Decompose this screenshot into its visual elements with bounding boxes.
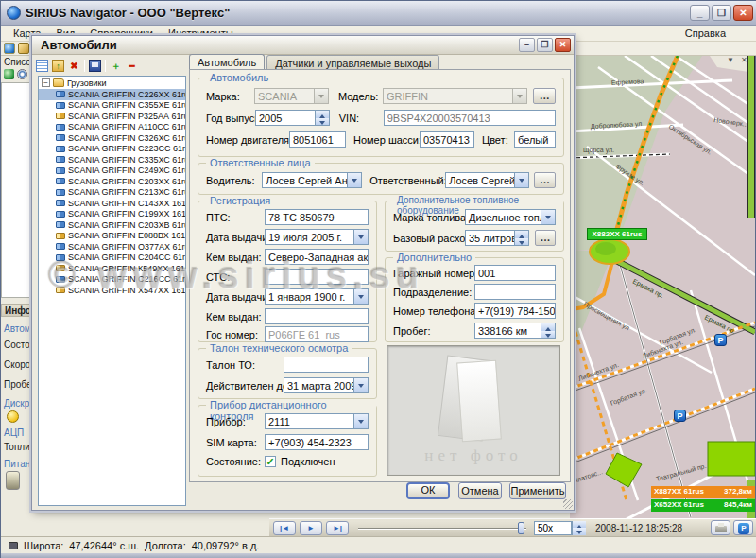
gos-number-field[interactable]: Р066ГЕ 61_rus bbox=[265, 326, 369, 342]
spinner-arrows-icon[interactable] bbox=[572, 521, 586, 535]
tab-avtomobil[interactable]: Автомобиль bbox=[189, 54, 265, 70]
dialog-close-button[interactable]: ✕ bbox=[555, 38, 571, 52]
phone-field[interactable]: +7(919) 784-1502 bbox=[474, 303, 556, 319]
wrench-icon[interactable] bbox=[18, 43, 29, 54]
cancel-button[interactable]: Отмена bbox=[458, 482, 502, 499]
marka-combo[interactable]: SCANIA bbox=[254, 88, 329, 104]
model-browse-button[interactable]: … bbox=[533, 88, 556, 104]
ok-button[interactable]: ОК bbox=[406, 482, 450, 499]
tree-item-vehicle[interactable]: SCANIA GRIFFIN С203ХВ 61rus bbox=[39, 219, 185, 231]
eye-icon[interactable] bbox=[17, 69, 27, 79]
pts-field[interactable]: 78 ТС 850679 bbox=[265, 209, 369, 225]
tree-item-vehicle[interactable]: SCANIA GRIFFIN С204СС 61rus bbox=[39, 253, 185, 264]
vehicle-list-panel[interactable] bbox=[1, 82, 32, 298]
sts-date-picker[interactable]: 1 января 1900 г. bbox=[265, 288, 369, 305]
tree-item-vehicle[interactable]: SCANIA GRIFFIN С143ХХ 161rus bbox=[39, 198, 185, 209]
spinner-arrows-icon[interactable] bbox=[514, 231, 528, 245]
tree-item-vehicle[interactable]: SCANIA GRIFFIN С326ХС 61rus bbox=[39, 132, 185, 144]
dialog-titlebar[interactable]: Автомобили – ❐ ✕ bbox=[32, 36, 574, 55]
globe-icon[interactable] bbox=[4, 69, 14, 79]
tree-item-vehicle[interactable]: SCANIA GRIFFIN А110СС 61rus bbox=[39, 122, 185, 133]
speed-input[interactable]: 50x bbox=[534, 521, 572, 535]
print-button[interactable] bbox=[711, 520, 730, 535]
driver-combo[interactable]: Лосев Сергей Анатоль bbox=[262, 172, 362, 188]
tree-root-trucks[interactable]: − Грузовики bbox=[39, 77, 185, 89]
tree-item-vehicle[interactable]: SCANIA GRIFFIN С216СС 61rus bbox=[39, 274, 185, 286]
issue-date-picker[interactable]: 19 июля 2005 г. bbox=[265, 229, 369, 245]
tree-item-vehicle[interactable]: SCANIA GRIFFIN С335ХС 61rus bbox=[39, 154, 185, 166]
save-icon[interactable] bbox=[89, 60, 101, 72]
remove-vehicle-icon[interactable]: ━ bbox=[126, 60, 138, 72]
year-label: Год выпуска: bbox=[206, 113, 255, 124]
parking-marker-icon[interactable]: P bbox=[674, 410, 686, 422]
playback-bar: |◄ ► ►| 50x 2008-11-12 18:25:28 P bbox=[269, 518, 756, 536]
consumption-browse-button[interactable]: … bbox=[535, 230, 556, 246]
talon-field[interactable] bbox=[284, 357, 369, 373]
garage-field[interactable]: 001 bbox=[474, 265, 556, 281]
tree-item-vehicle[interactable]: SCANIA GRIFFIN С223СС 61rus bbox=[39, 144, 185, 155]
map-vehicle-label[interactable]: Х882ХХ 61rus bbox=[587, 228, 647, 240]
responsible-combo[interactable]: Лосев Сергей Анатоль bbox=[445, 172, 529, 188]
close-icon[interactable]: ✕ bbox=[741, 56, 747, 64]
group-fuel: Дополнительное топливное оборудование Ма… bbox=[385, 201, 564, 252]
minimize-button[interactable]: _ bbox=[690, 5, 710, 21]
model-combo[interactable]: GRIFFIN bbox=[383, 88, 527, 104]
spinner-arrows-icon[interactable] bbox=[541, 323, 555, 338]
device-combo[interactable]: 2111 bbox=[265, 413, 369, 429]
issued-by-field[interactable]: Северо-Западная акцизная т bbox=[265, 249, 369, 265]
close-button[interactable]: ✕ bbox=[733, 5, 753, 21]
add-vehicle-icon[interactable]: ＋ bbox=[110, 60, 122, 72]
tab-datchiki[interactable]: Датчики и управляемые выходы bbox=[266, 55, 439, 70]
sim-field[interactable]: +7(903) 454-2323 bbox=[265, 434, 369, 450]
tree-item-vehicle[interactable]: SCANIA GRIFFIN С213ХС 61rus bbox=[39, 187, 185, 199]
track-distance: 372,8км bbox=[724, 486, 752, 498]
list-refresh-icon[interactable] bbox=[36, 60, 48, 72]
year-spinner[interactable]: 2005 bbox=[255, 110, 330, 126]
mileage-spinner[interactable]: 338166 км bbox=[474, 323, 556, 339]
vin-field[interactable]: 9BSP4X20003570413 bbox=[384, 110, 556, 126]
color-field[interactable]: белый bbox=[514, 131, 556, 148]
chassis-field[interactable]: 03570413 bbox=[420, 131, 474, 148]
map-panel[interactable]: Ефремова Добролюбова ул Щорса ул. Октябр… bbox=[570, 56, 755, 519]
dialog-minimize-button[interactable]: – bbox=[519, 38, 535, 52]
tree-item-vehicle[interactable]: SCANIA GRIFFIN Х547ХХ 161rus bbox=[39, 285, 185, 296]
step-forward-button[interactable]: ►| bbox=[326, 521, 349, 535]
tree-item-vehicle[interactable]: SCANIA GRIFFIN С226ХХ 61rus bbox=[39, 89, 185, 100]
division-field[interactable] bbox=[474, 284, 556, 300]
globe-icon[interactable] bbox=[4, 43, 15, 54]
consumption-spinner[interactable]: 35 литров bbox=[465, 230, 529, 246]
tree-item-vehicle[interactable]: SCANIA GRIFFIN К549ХХ 161rus bbox=[39, 263, 185, 274]
dialog-maximize-button[interactable]: ❐ bbox=[537, 38, 553, 52]
apply-button[interactable]: Применить bbox=[509, 482, 566, 499]
tree-item-vehicle[interactable]: SCANIA GRIFFIN С199ХХ 161rus bbox=[39, 209, 185, 220]
sts-field[interactable] bbox=[265, 269, 369, 285]
group-title: Дополнительно bbox=[393, 252, 475, 263]
chevron-down-icon[interactable]: ▼ bbox=[727, 56, 734, 64]
delete-icon[interactable]: ✖ bbox=[68, 60, 80, 72]
resize-grip[interactable] bbox=[563, 499, 573, 509]
tree-item-vehicle[interactable]: SCANIA GRIFFIN С355ХЕ 61rus bbox=[39, 100, 185, 112]
tree-item-vehicle[interactable]: SCANIA GRIFFIN С249ХС 61rus bbox=[39, 166, 185, 177]
restore-button[interactable]: ❐ bbox=[712, 5, 731, 21]
tree-collapse-icon[interactable]: − bbox=[42, 78, 50, 87]
tree-item-vehicle[interactable]: SCANIA GRIFFIN С203ХХ 61rus bbox=[39, 176, 185, 187]
persons-browse-button[interactable]: … bbox=[534, 172, 556, 188]
play-button[interactable]: ► bbox=[300, 521, 322, 535]
step-back-button[interactable]: |◄ bbox=[273, 521, 296, 535]
fuel-brand-combo[interactable]: Дизельное топливо bbox=[465, 209, 556, 225]
menu-spravka[interactable]: Справка bbox=[679, 26, 732, 40]
sts-issued-by-field[interactable] bbox=[265, 308, 369, 324]
timeline-slider[interactable] bbox=[358, 521, 526, 535]
connected-checkbox[interactable]: ✓ bbox=[265, 456, 276, 467]
vehicles-tree[interactable]: − Грузовики SCANIA GRIFFIN С226ХХ 61rus … bbox=[38, 76, 186, 506]
parking-toggle-button[interactable]: P bbox=[733, 520, 753, 535]
tree-item-vehicle[interactable]: SCANIA GRIFFIN Р325АА 61rus bbox=[39, 111, 185, 122]
spinner-arrows-icon[interactable] bbox=[315, 111, 329, 125]
parking-marker-icon[interactable]: P bbox=[714, 334, 727, 346]
slider-thumb[interactable] bbox=[518, 522, 524, 534]
engine-field[interactable]: 8051061 bbox=[289, 131, 346, 148]
folder-up-icon[interactable]: ↑ bbox=[52, 60, 64, 72]
tree-item-vehicle[interactable]: SCANIA GRIFFIN О377АХ 61rus bbox=[39, 241, 185, 253]
valid-until-picker[interactable]: 31 марта 2009 г. bbox=[284, 377, 369, 393]
tree-item-vehicle[interactable]: SCANIA GRIFFIN Е088ВХ 161rus bbox=[39, 231, 185, 242]
